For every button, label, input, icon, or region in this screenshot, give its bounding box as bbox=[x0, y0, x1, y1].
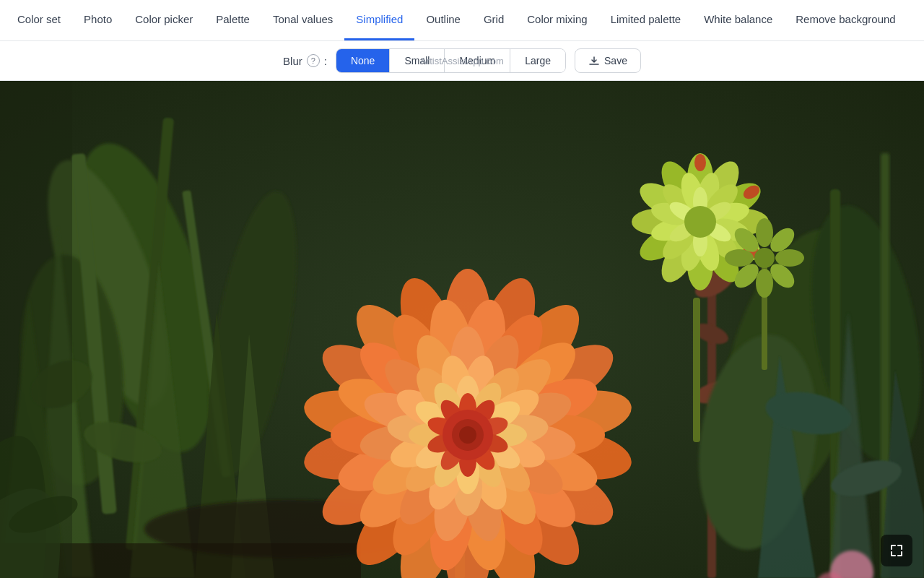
nav-item-palette[interactable]: Palette bbox=[204, 0, 261, 40]
top-navigation: Color setPhotoColor pickerPaletteTonal v… bbox=[0, 0, 924, 41]
nav-item-color-picker[interactable]: Color picker bbox=[123, 0, 204, 40]
nav-item-simplified[interactable]: Simplified bbox=[344, 0, 414, 40]
save-label: Save bbox=[604, 55, 627, 66]
svg-rect-25 bbox=[693, 298, 700, 442]
svg-point-59 bbox=[684, 206, 716, 238]
blur-toolbar: Blur ? : NoneSmallMediumLarge Save Artis… bbox=[0, 41, 924, 81]
blur-label: Blur ? : bbox=[283, 54, 327, 67]
nav-item-color-mixing[interactable]: Color mixing bbox=[515, 0, 598, 40]
svg-point-56 bbox=[694, 154, 706, 171]
expand-icon bbox=[890, 544, 903, 557]
nav-item-remove-background[interactable]: Remove background bbox=[784, 0, 907, 40]
save-button[interactable]: Save bbox=[575, 48, 641, 73]
watermark: ArtistAssistApp.com bbox=[420, 56, 504, 66]
expand-button[interactable] bbox=[881, 535, 912, 566]
svg-point-161 bbox=[459, 426, 476, 444]
nav-item-white-balance[interactable]: White balance bbox=[692, 0, 784, 40]
save-icon bbox=[588, 55, 600, 66]
nav-item-grid[interactable]: Grid bbox=[472, 0, 515, 40]
blur-btn-none[interactable]: None bbox=[336, 49, 390, 72]
flower-canvas bbox=[0, 81, 924, 578]
svg-point-61 bbox=[756, 218, 773, 247]
blur-btn-large[interactable]: Large bbox=[510, 49, 565, 72]
nav-item-color-set[interactable]: Color set bbox=[6, 0, 72, 40]
blur-text: Blur bbox=[283, 55, 302, 67]
svg-point-67 bbox=[725, 249, 754, 267]
blur-colon: : bbox=[324, 55, 327, 67]
svg-point-65 bbox=[756, 269, 773, 298]
nav-item-photo[interactable]: Photo bbox=[72, 0, 123, 40]
svg-point-63 bbox=[775, 249, 804, 267]
flower-image-svg bbox=[0, 81, 924, 578]
nav-item-tonal-values[interactable]: Tonal values bbox=[261, 0, 344, 40]
blur-help-icon[interactable]: ? bbox=[307, 54, 320, 67]
nav-item-limited-palette[interactable]: Limited palette bbox=[599, 0, 693, 40]
image-area bbox=[0, 81, 924, 578]
svg-point-69 bbox=[754, 248, 775, 268]
nav-item-outline[interactable]: Outline bbox=[414, 0, 472, 40]
